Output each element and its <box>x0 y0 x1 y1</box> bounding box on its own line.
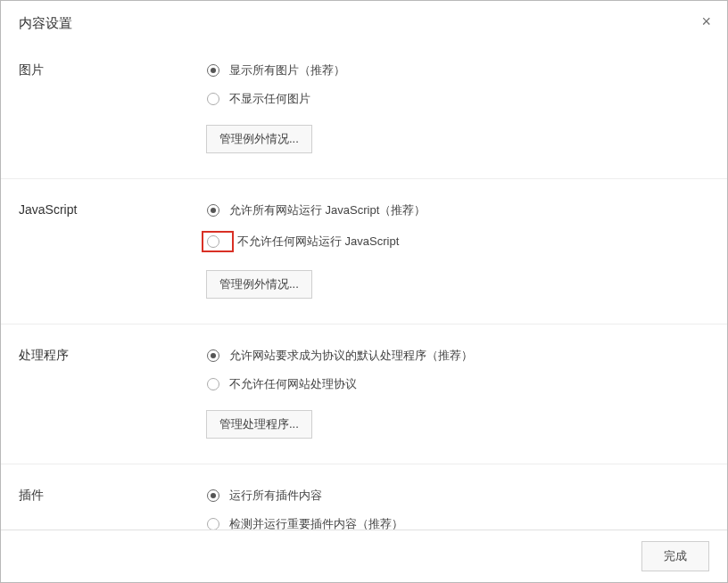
radio-label: 显示所有图片（推荐） <box>229 62 345 78</box>
radio-label: 运行所有插件内容 <box>229 488 322 504</box>
section-handlers: 处理程序 允许网站要求成为协议的默认处理程序（推荐） 不允许任何网站处理协议 管… <box>1 324 727 464</box>
radio-label: 允许所有网站运行 JavaScript（推荐） <box>229 202 426 218</box>
modal-title: 内容设置 <box>19 15 709 32</box>
radio-icon <box>206 63 220 78</box>
section-label-javascript: JavaScript <box>19 201 206 299</box>
close-icon: × <box>701 12 711 30</box>
radio-icon <box>206 349 220 363</box>
close-button[interactable]: × <box>701 13 711 29</box>
section-images: 图片 显示所有图片（推荐） 不显示任何图片 管理例外情况... <box>1 39 727 179</box>
radio-images-hide-all[interactable]: 不显示任何图片 <box>206 89 709 109</box>
section-label-images: 图片 <box>19 61 206 153</box>
modal-footer: 完成 <box>1 530 727 582</box>
radio-plugins-detect-important[interactable]: 检测并运行重要插件内容（推荐） <box>206 514 709 530</box>
manage-handlers-button[interactable]: 管理处理程序... <box>206 410 312 439</box>
section-label-handlers: 处理程序 <box>19 346 206 439</box>
radio-icon <box>206 489 220 503</box>
radio-images-show-all[interactable]: 显示所有图片（推荐） <box>206 61 709 80</box>
radio-label: 不允许任何网站运行 JavaScript <box>237 234 399 250</box>
radio-label: 允许网站要求成为协议的默认处理程序（推荐） <box>229 348 473 364</box>
section-javascript: JavaScript 允许所有网站运行 JavaScript（推荐） 不允许任何… <box>1 179 727 324</box>
manage-exceptions-js-button[interactable]: 管理例外情况... <box>206 270 312 299</box>
section-content-plugins: 运行所有插件内容 检测并运行重要插件内容（推荐） 让我自行选择何时运行插件内容 <box>206 486 709 530</box>
radio-handlers-block[interactable]: 不允许任何网站处理协议 <box>206 374 709 394</box>
section-content-javascript: 允许所有网站运行 JavaScript（推荐） 不允许任何网站运行 JavaSc… <box>206 201 709 299</box>
radio-icon <box>206 203 220 218</box>
section-content-images: 显示所有图片（推荐） 不显示任何图片 管理例外情况... <box>206 61 709 153</box>
content-settings-modal: 内容设置 × 图片 显示所有图片（推荐） 不显示任何图片 <box>0 0 728 583</box>
radio-icon <box>206 92 220 106</box>
radio-icon <box>206 234 220 249</box>
manage-exceptions-images-button[interactable]: 管理例外情况... <box>206 125 312 153</box>
radio-label: 检测并运行重要插件内容（推荐） <box>229 516 403 530</box>
done-button[interactable]: 完成 <box>641 541 709 571</box>
radio-handlers-allow[interactable]: 允许网站要求成为协议的默认处理程序（推荐） <box>206 346 709 365</box>
radio-icon <box>206 377 220 391</box>
section-content-handlers: 允许网站要求成为协议的默认处理程序（推荐） 不允许任何网站处理协议 管理处理程序… <box>206 346 709 439</box>
highlight-annotation <box>202 231 234 252</box>
radio-js-allow-all[interactable]: 允许所有网站运行 JavaScript（推荐） <box>206 201 709 220</box>
section-plugins: 插件 运行所有插件内容 检测并运行重要插件内容（推荐） <box>1 464 727 530</box>
section-label-plugins: 插件 <box>19 486 206 530</box>
radio-label: 不允许任何网站处理协议 <box>229 376 357 392</box>
radio-js-block-all[interactable]: 不允许任何网站运行 JavaScript <box>206 229 709 254</box>
modal-header: 内容设置 × <box>1 1 727 39</box>
radio-label: 不显示任何图片 <box>229 91 310 107</box>
modal-body[interactable]: 图片 显示所有图片（推荐） 不显示任何图片 管理例外情况... <box>1 39 727 530</box>
radio-plugins-run-all[interactable]: 运行所有插件内容 <box>206 486 709 505</box>
radio-icon <box>206 517 220 530</box>
